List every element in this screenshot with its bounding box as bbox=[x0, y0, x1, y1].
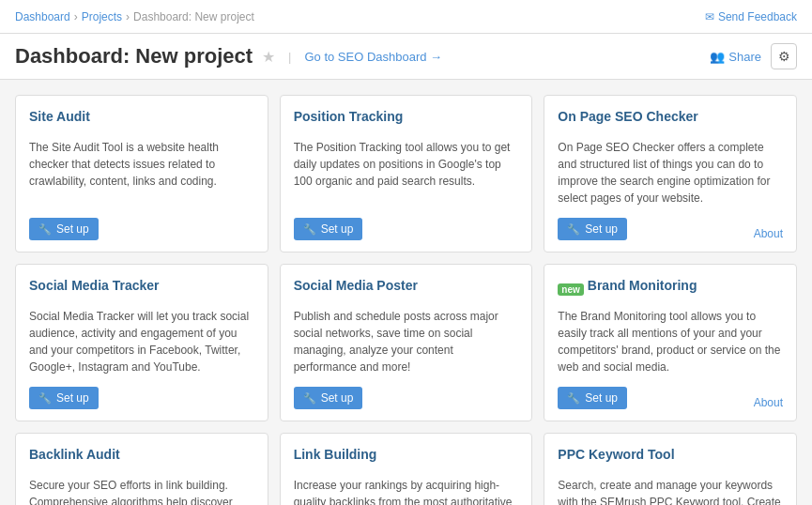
share-label: Share bbox=[728, 50, 761, 64]
about-link-on-page-seo[interactable]: About bbox=[754, 227, 783, 240]
wrench-icon: 🔧 bbox=[567, 392, 580, 405]
wrench-icon: 🔧 bbox=[303, 392, 316, 405]
tool-card-social-media-tracker: Social Media TrackerSocial Media Tracker… bbox=[15, 264, 268, 421]
tool-title-social-media-poster: Social Media Poster bbox=[294, 278, 418, 293]
wrench-icon: 🔧 bbox=[38, 392, 52, 405]
top-right-actions: ✉ Send Feedback bbox=[705, 10, 797, 23]
tool-title-row-social-media-tracker: Social Media Tracker bbox=[29, 278, 254, 300]
tool-card-social-media-poster: Social Media PosterPublish and schedule … bbox=[280, 264, 533, 421]
tool-title-position-tracking: Position Tracking bbox=[294, 109, 404, 124]
gear-icon: ⚙ bbox=[778, 49, 790, 64]
send-feedback-label: Send Feedback bbox=[718, 10, 797, 23]
tool-desc-backlink-audit: Secure your SEO efforts in link building… bbox=[29, 477, 254, 505]
tool-desc-social-media-tracker: Social Media Tracker will let you track … bbox=[29, 308, 254, 375]
header-divider: | bbox=[288, 50, 291, 64]
seo-dashboard-link[interactable]: Go to SEO Dashboard → bbox=[304, 50, 442, 64]
tool-card-on-page-seo: On Page SEO CheckerOn Page SEO Checker o… bbox=[544, 95, 797, 252]
tool-card-ppc-keyword: PPC Keyword ToolSearch, create and manag… bbox=[544, 433, 797, 505]
page-title: Dashboard: New project bbox=[15, 44, 253, 69]
tool-title-row-on-page-seo: On Page SEO Checker bbox=[558, 109, 783, 131]
setup-button-on-page-seo[interactable]: 🔧 Set up bbox=[558, 218, 627, 240]
breadcrumb-projects[interactable]: Projects bbox=[82, 10, 122, 23]
tool-title-social-media-tracker: Social Media Tracker bbox=[29, 278, 160, 293]
tool-desc-position-tracking: The Position Tracking tool allows you to… bbox=[294, 139, 519, 207]
share-button[interactable]: 👥 Share bbox=[710, 50, 761, 64]
breadcrumb: Dashboard › Projects › Dashboard: New pr… bbox=[15, 10, 254, 23]
tool-desc-site-audit: The Site Audit Tool is a website health … bbox=[29, 139, 254, 207]
tools-grid: Site AuditThe Site Audit Tool is a websi… bbox=[15, 95, 797, 505]
feedback-icon: ✉ bbox=[705, 10, 714, 23]
wrench-icon: 🔧 bbox=[303, 223, 316, 236]
wrench-icon: 🔧 bbox=[38, 223, 52, 236]
setup-button-site-audit[interactable]: 🔧 Set up bbox=[29, 218, 99, 240]
new-badge-brand-monitoring: new bbox=[558, 283, 583, 296]
breadcrumb-sep2: › bbox=[126, 10, 130, 23]
setup-button-position-tracking[interactable]: 🔧 Set up bbox=[294, 218, 363, 240]
settings-button[interactable]: ⚙ bbox=[771, 43, 797, 69]
tool-card-link-building: Link BuildingIncrease your rankings by a… bbox=[280, 433, 533, 505]
tool-desc-brand-monitoring: The Brand Monitoring tool allows you to … bbox=[558, 308, 783, 375]
tool-card-backlink-audit: Backlink AuditSecure your SEO efforts in… bbox=[15, 433, 268, 505]
tool-title-row-link-building: Link Building bbox=[294, 447, 519, 469]
tool-card-position-tracking: Position TrackingThe Position Tracking t… bbox=[280, 95, 533, 252]
tool-desc-ppc-keyword: Search, create and manage your keywords … bbox=[558, 477, 783, 505]
send-feedback-button[interactable]: ✉ Send Feedback bbox=[705, 10, 797, 23]
tool-title-row-site-audit: Site Audit bbox=[29, 109, 254, 131]
tool-card-brand-monitoring: newBrand MonitoringThe Brand Monitoring … bbox=[544, 264, 797, 421]
tool-title-row-ppc-keyword: PPC Keyword Tool bbox=[558, 447, 783, 469]
top-bar: Dashboard › Projects › Dashboard: New pr… bbox=[0, 0, 812, 34]
setup-button-social-media-tracker[interactable]: 🔧 Set up bbox=[29, 387, 99, 409]
tool-title-brand-monitoring: Brand Monitoring bbox=[588, 278, 697, 293]
tool-title-on-page-seo: On Page SEO Checker bbox=[558, 109, 697, 124]
page-header-left: Dashboard: New project ★ | Go to SEO Das… bbox=[15, 44, 442, 69]
breadcrumb-sep1: › bbox=[74, 10, 78, 23]
tool-desc-on-page-seo: On Page SEO Checker offers a complete an… bbox=[558, 139, 783, 207]
tool-title-row-position-tracking: Position Tracking bbox=[294, 109, 519, 131]
tool-title-backlink-audit: Backlink Audit bbox=[29, 447, 120, 462]
setup-button-brand-monitoring[interactable]: 🔧 Set up bbox=[558, 387, 627, 409]
breadcrumb-dashboard[interactable]: Dashboard bbox=[15, 10, 70, 23]
main-content: Site AuditThe Site Audit Tool is a websi… bbox=[0, 80, 812, 505]
tool-title-ppc-keyword: PPC Keyword Tool bbox=[558, 447, 674, 462]
tool-title-row-social-media-poster: Social Media Poster bbox=[294, 278, 519, 300]
star-icon[interactable]: ★ bbox=[262, 48, 275, 66]
wrench-icon: 🔧 bbox=[567, 223, 580, 236]
tool-title-row-brand-monitoring: newBrand Monitoring bbox=[558, 278, 783, 300]
tool-title-site-audit: Site Audit bbox=[29, 109, 90, 124]
about-link-brand-monitoring[interactable]: About bbox=[754, 396, 783, 409]
share-icon: 👥 bbox=[710, 50, 725, 64]
tool-title-link-building: Link Building bbox=[294, 447, 377, 462]
tool-desc-link-building: Increase your rankings by acquiring high… bbox=[294, 477, 519, 505]
breadcrumb-current: Dashboard: New project bbox=[133, 10, 254, 23]
tool-card-site-audit: Site AuditThe Site Audit Tool is a websi… bbox=[15, 95, 268, 252]
page-header: Dashboard: New project ★ | Go to SEO Das… bbox=[0, 34, 812, 80]
tool-title-row-backlink-audit: Backlink Audit bbox=[29, 447, 254, 469]
tool-desc-social-media-poster: Publish and schedule posts across major … bbox=[294, 308, 519, 375]
page-header-right: 👥 Share ⚙ bbox=[710, 43, 797, 69]
setup-button-social-media-poster[interactable]: 🔧 Set up bbox=[294, 387, 363, 409]
